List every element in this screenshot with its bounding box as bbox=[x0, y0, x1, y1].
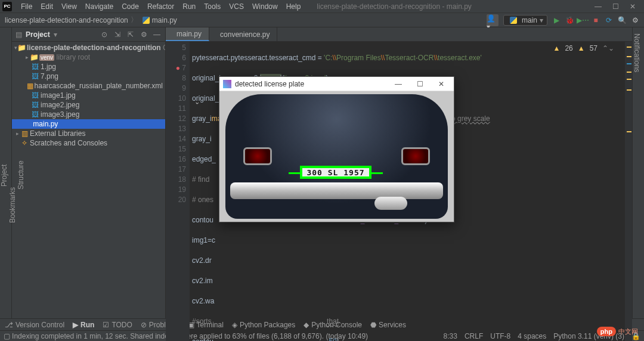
tab-convenience[interactable]: convenience.py bbox=[209, 27, 277, 41]
hide-panel-icon[interactable]: — bbox=[152, 30, 162, 39]
tab-main[interactable]: main.py bbox=[166, 27, 209, 41]
status-tool-icon[interactable]: ▢ bbox=[4, 332, 10, 340]
popup-close-icon[interactable]: ✕ bbox=[432, 80, 450, 88]
tree-root[interactable]: ▾📁 license-plate-detection-and-recogniti… bbox=[12, 43, 165, 52]
tool-version-control[interactable]: ⎇ Version Control bbox=[5, 321, 64, 329]
weak-warning-icon: ▲ bbox=[578, 44, 585, 54]
menu-help[interactable]: Help bbox=[282, 1, 305, 12]
chevron-up-down-icon[interactable]: ⌃⌄ bbox=[602, 44, 614, 54]
project-tree: ▾📁 license-plate-detection-and-recogniti… bbox=[12, 42, 165, 149]
breadcrumb-sep-icon: 〉 bbox=[131, 15, 138, 25]
menu-run[interactable]: Run bbox=[178, 1, 200, 12]
app-logo-icon: PC bbox=[2, 2, 12, 11]
tree-item[interactable]: ▦haarcascade_russian_plate_number.xml bbox=[12, 81, 165, 91]
chevron-down-icon: ▾ bbox=[540, 16, 543, 24]
window-maximize-icon[interactable]: ☐ bbox=[612, 2, 619, 11]
window-title: license-plate-detection-and-recognition … bbox=[317, 2, 471, 11]
detected-plate: 300 SL 1957 bbox=[300, 166, 371, 179]
menu-code[interactable]: Code bbox=[117, 1, 143, 12]
tree-scratches[interactable]: ✧Scratches and Consoles bbox=[12, 138, 165, 148]
window-minimize-icon[interactable]: — bbox=[595, 2, 602, 11]
menu-bar: PC File Edit View Navigate Code Refactor… bbox=[0, 0, 644, 13]
window-close-icon[interactable]: ✕ bbox=[630, 2, 636, 11]
collapse-all-icon[interactable]: ⇱ bbox=[126, 30, 135, 39]
inspection-summary[interactable]: ▲26 ▲57 ⌃⌄ bbox=[553, 44, 615, 54]
popup-image: 300 SL 1957 bbox=[219, 91, 454, 222]
tree-item[interactable]: 🖼image2.jpeg bbox=[12, 100, 165, 110]
bookmarks-tool-tab[interactable]: Bookmarks bbox=[8, 92, 17, 318]
tree-external-libraries[interactable]: ▸▥External Libraries bbox=[12, 129, 165, 138]
menu-window[interactable]: Window bbox=[248, 1, 282, 12]
app-icon bbox=[223, 80, 231, 88]
watermark: php 中文网 bbox=[597, 327, 638, 336]
popup-title: detected license plate bbox=[235, 80, 304, 88]
breadcrumb-project[interactable]: license-plate-detection-and-recognition bbox=[5, 16, 128, 24]
run-config-name: main bbox=[522, 16, 537, 24]
structure-tool-tab[interactable]: Structure bbox=[17, 32, 25, 318]
menu-vcs[interactable]: VCS bbox=[225, 1, 248, 12]
breadcrumb-file[interactable]: main.py bbox=[152, 16, 177, 24]
watermark-brand: php bbox=[597, 327, 616, 336]
settings-icon[interactable]: ⚙ bbox=[631, 16, 639, 24]
tool-todo[interactable]: ☑ TODO bbox=[103, 321, 132, 329]
update-button[interactable]: ⟳ bbox=[605, 16, 613, 24]
debug-button[interactable]: 🐞 bbox=[565, 16, 574, 24]
menu-refactor[interactable]: Refactor bbox=[143, 1, 178, 12]
warning-icon: ▲ bbox=[553, 44, 561, 54]
python-file-icon bbox=[143, 17, 150, 24]
line-gutter[interactable]: 56● 7891011121314151617181920 bbox=[166, 42, 190, 341]
tree-item[interactable]: 🖼image3.jpeg bbox=[12, 110, 165, 119]
tree-item[interactable]: 🖼7.png bbox=[12, 72, 165, 81]
expand-all-icon[interactable]: ⇲ bbox=[113, 30, 122, 39]
project-panel: ▤ Project ▾ ⊙ ⇲ ⇱ ⚙ — ▾📁 license-plate-d… bbox=[12, 27, 166, 318]
chevron-down-icon[interactable]: ▾ bbox=[54, 30, 57, 39]
left-tool-strip: Project Bookmarks Structure bbox=[0, 27, 12, 318]
popup-minimize-icon[interactable]: — bbox=[389, 80, 407, 88]
tree-item[interactable]: 🖼image1.jpg bbox=[12, 91, 165, 100]
right-tool-strip: Notifications bbox=[632, 27, 644, 318]
run-more-button[interactable]: ▶⋯ bbox=[578, 16, 587, 24]
notifications-tab[interactable]: Notifications bbox=[633, 31, 641, 75]
python-icon bbox=[510, 17, 517, 24]
menu-navigate[interactable]: Navigate bbox=[81, 1, 117, 12]
gear-icon[interactable]: ⚙ bbox=[139, 30, 148, 39]
run-config-selector[interactable]: main ▾ bbox=[503, 15, 547, 26]
tree-venv[interactable]: ▸📁 venv library root bbox=[12, 52, 165, 62]
opencv-popup-window[interactable]: detected license plate — ☐ ✕ 300 SL 1957 bbox=[219, 76, 454, 222]
tool-run[interactable]: ▶ Run bbox=[73, 321, 94, 329]
project-panel-title: Project bbox=[26, 30, 50, 39]
popup-maximize-icon[interactable]: ☐ bbox=[411, 80, 429, 88]
tree-item-selected[interactable]: main.py bbox=[12, 119, 165, 129]
tree-item[interactable]: 🖼1.jpg bbox=[12, 62, 165, 72]
project-tool-tab[interactable]: Project bbox=[0, 32, 8, 318]
search-icon[interactable]: 🔍 bbox=[618, 16, 626, 24]
menu-tools[interactable]: Tools bbox=[200, 1, 225, 12]
menu-file[interactable]: File bbox=[17, 1, 36, 12]
menu-edit[interactable]: Edit bbox=[36, 1, 57, 12]
select-opened-icon[interactable]: ⊙ bbox=[100, 30, 109, 39]
editor-tabs: main.py convenience.py bbox=[166, 27, 632, 42]
menu-view[interactable]: View bbox=[57, 1, 81, 12]
navigation-bar: license-plate-detection-and-recognition … bbox=[0, 13, 644, 27]
code-with-me-icon[interactable]: 👤▾ bbox=[487, 14, 499, 26]
error-stripe[interactable] bbox=[625, 42, 632, 341]
stop-button[interactable]: ■ bbox=[592, 16, 600, 24]
run-button[interactable]: ▶ bbox=[552, 16, 561, 24]
watermark-text: 中文网 bbox=[618, 327, 638, 336]
